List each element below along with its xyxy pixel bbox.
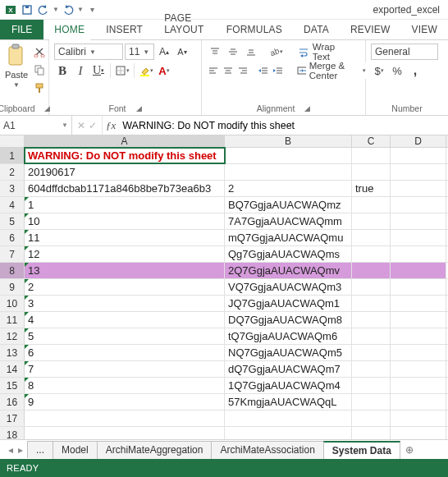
cell-B4[interactable]: BQ7GgjaAUACWAQmz [225,197,352,213]
cell-D15[interactable] [391,378,446,393]
row-header[interactable]: 4 [0,197,25,213]
cell-A1[interactable]: WARNING: Do NOT modify this sheet [25,148,225,163]
cell-A6[interactable]: 11 [25,230,225,245]
cell-D9[interactable] [391,279,446,295]
percent-button[interactable]: % [389,62,405,79]
align-center-icon[interactable] [222,62,235,79]
row-header[interactable]: 15 [0,378,25,393]
italic-button[interactable]: I [72,62,89,79]
align-left-icon[interactable] [207,62,220,79]
alignment-launcher-icon[interactable]: ◢ [304,104,310,112]
cell-C12[interactable] [352,328,391,344]
cell-A7[interactable]: 12 [25,246,225,262]
row-header[interactable]: 14 [0,361,25,377]
row-header[interactable]: 3 [0,181,25,196]
font-name-combo[interactable]: Calibri▼ [54,44,123,60]
cut-button[interactable] [31,44,48,60]
cell-C10[interactable] [352,296,391,311]
cell-A5[interactable]: 10 [25,213,225,229]
cell-A9[interactable]: 2 [25,279,225,295]
cell-C11[interactable] [352,312,391,328]
row-header[interactable]: 16 [0,394,25,410]
cell-D4[interactable] [391,197,446,213]
cell-B2[interactable] [225,164,352,180]
add-sheet-icon[interactable]: ⊕ [400,442,418,458]
font-color-button[interactable]: A▾ [156,62,172,79]
tab-data[interactable]: DATA [293,20,340,39]
sheet-tab[interactable]: ArchiMateAssociation [211,441,323,459]
cell-D11[interactable] [391,312,446,328]
cell-C3[interactable]: true [352,181,391,196]
cell-C5[interactable] [352,213,391,229]
cell-D2[interactable] [391,164,446,180]
cell-B1[interactable] [225,148,352,163]
cell-C16[interactable] [352,394,391,410]
cell-C6[interactable] [352,230,391,245]
decrease-font-icon[interactable]: A▾ [174,44,190,60]
number-format-combo[interactable]: General [371,44,438,60]
cell-A17[interactable] [25,410,225,426]
sheet-prev-icon[interactable]: ◂ [8,444,13,456]
sheet-tab[interactable]: Model [53,441,98,459]
cell-A4[interactable]: 1 [25,197,225,213]
undo-icon[interactable] [36,2,51,17]
row-header[interactable]: 2 [0,164,25,180]
cell-A12[interactable]: 5 [25,328,225,344]
cell-B12[interactable]: tQ7GgjaAUACWAQm6 [225,328,352,344]
align-middle-icon[interactable] [225,44,241,60]
comma-button[interactable]: , [407,62,423,79]
cell-B5[interactable]: 7A7GgjaAUACWAQmm [225,213,352,229]
select-all-corner[interactable] [0,135,25,147]
cell-B11[interactable]: DQ7GgjaAUACWAQm8 [225,312,352,328]
cell-C9[interactable] [352,279,391,295]
row-header[interactable]: 18 [0,427,25,439]
sheet-next-icon[interactable]: ▸ [18,444,23,456]
copy-button[interactable] [31,62,48,78]
cell-A11[interactable]: 4 [25,312,225,328]
fx-icon[interactable]: ƒx [103,116,119,135]
row-header[interactable]: 13 [0,345,25,360]
cell-A2[interactable]: 20190617 [25,164,225,180]
row-header[interactable]: 17 [0,410,25,426]
align-right-icon[interactable] [236,62,249,79]
cell-D7[interactable] [391,246,446,262]
cell-D8[interactable] [391,263,446,278]
cell-D14[interactable] [391,361,446,377]
cell-B15[interactable]: 1Q7GgjaAUACWAQm4 [225,378,352,393]
row-header[interactable]: 8 [0,263,25,278]
cell-D13[interactable] [391,345,446,360]
cell-C18[interactable] [352,427,391,439]
currency-button[interactable]: $▾ [371,62,387,79]
cell-B13[interactable]: NQ7GgjaAUACWAQm5 [225,345,352,360]
cell-C14[interactable] [352,361,391,377]
row-header[interactable]: 1 [0,148,25,163]
font-launcher-icon[interactable]: ◢ [136,104,142,112]
cell-A13[interactable]: 6 [25,345,225,360]
row-header[interactable]: 6 [0,230,25,245]
cell-A16[interactable]: 9 [25,394,225,410]
cell-B8[interactable]: 2Q7GgjaAUACWAQmv [225,263,352,278]
cell-A14[interactable]: 7 [25,361,225,377]
row-header[interactable]: 11 [0,312,25,328]
cell-B17[interactable] [225,410,352,426]
column-header-B[interactable]: B [225,135,352,147]
cell-A3[interactable]: 604dffdcbab1171a846b8be7b73ea6b3 [25,181,225,196]
sheet-tab[interactable]: ArchiMateAggregation [97,441,213,459]
tab-review[interactable]: REVIEW [340,20,401,39]
excel-app-icon[interactable]: X [3,2,18,17]
column-header-D[interactable]: D [391,135,446,147]
wrap-text-button[interactable]: Wrap Text [292,44,360,60]
paste-button[interactable]: Paste ▼ [5,44,28,89]
cell-C17[interactable] [352,410,391,426]
cell-A8[interactable]: 13 [25,263,225,278]
increase-font-icon[interactable]: A▴ [156,44,172,60]
cell-A15[interactable]: 8 [25,378,225,393]
cell-A10[interactable]: 3 [25,296,225,311]
fill-color-button[interactable]: ▾ [138,62,154,79]
cell-D3[interactable] [391,181,446,196]
row-header[interactable]: 5 [0,213,25,229]
decrease-indent-icon[interactable] [257,62,270,79]
qat-customize-icon[interactable]: ▾ [85,2,100,17]
cell-C8[interactable] [352,263,391,278]
cell-D12[interactable] [391,328,446,344]
